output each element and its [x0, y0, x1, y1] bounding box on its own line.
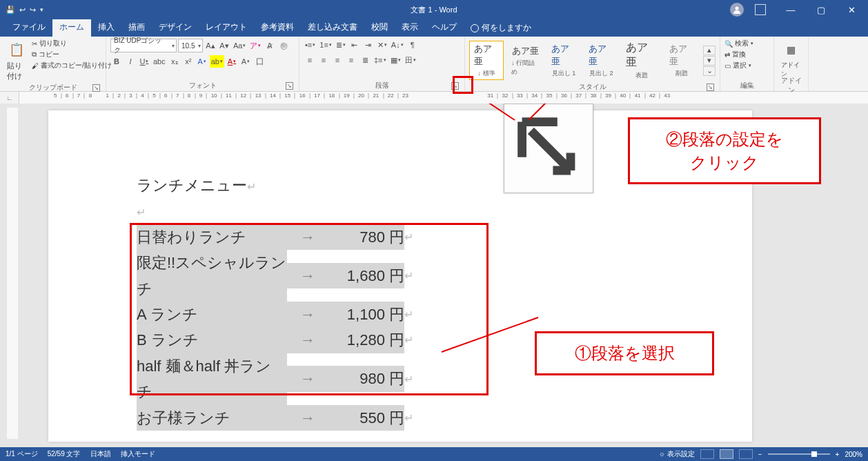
tab-insert[interactable]: 挿入: [91, 19, 121, 37]
decrease-indent-button[interactable]: ⇤: [348, 39, 361, 51]
style-subtitle[interactable]: あア亜副題: [664, 41, 699, 80]
status-bar: 1/1 ページ 52/59 文字 日本語 挿入モード ☼ 表示設定 − + 20…: [0, 447, 868, 461]
tab-draw[interactable]: 描画: [121, 19, 152, 37]
align-left-button[interactable]: ≡: [304, 54, 316, 66]
text-effects-button[interactable]: A: [196, 55, 208, 68]
tab-help[interactable]: ヘルプ: [425, 19, 464, 37]
clipboard-launcher[interactable]: ↘: [92, 84, 100, 92]
style-heading2[interactable]: あア亜見出し 2: [584, 41, 618, 80]
tab-layout[interactable]: レイアウト: [199, 19, 254, 37]
display-settings-button[interactable]: ☼ 表示設定: [659, 449, 695, 459]
style-title[interactable]: あア亜表題: [621, 39, 662, 82]
numbering-button[interactable]: 1≡: [318, 39, 333, 51]
borders-button[interactable]: 田: [404, 54, 417, 66]
ruler-tab-selector[interactable]: ∟: [0, 92, 19, 104]
underline-button[interactable]: U: [138, 55, 150, 68]
italic-button[interactable]: I: [124, 55, 137, 68]
shrink-font-button[interactable]: A▾: [218, 39, 230, 52]
find-button[interactable]: 🔍検索▾: [724, 39, 753, 48]
multilevel-button[interactable]: ≣: [335, 39, 347, 51]
styles-launcher[interactable]: ↘: [707, 84, 714, 91]
highlight-button[interactable]: ab: [210, 55, 224, 68]
strike-button[interactable]: abc: [152, 55, 167, 68]
vertical-ruler[interactable]: [7, 108, 18, 439]
bullets-button[interactable]: •≡: [304, 39, 317, 51]
styles-scroll-down[interactable]: ▾: [703, 56, 716, 66]
copy-button[interactable]: ⧉コピー: [32, 50, 112, 59]
read-mode-button[interactable]: [700, 449, 714, 459]
status-words[interactable]: 52/59 文字: [48, 449, 81, 459]
replace-button[interactable]: ⇄置換: [724, 50, 753, 59]
close-button[interactable]: ✕: [838, 0, 865, 19]
status-lang[interactable]: 日本語: [90, 449, 111, 459]
annotation-highlight-launcher: [453, 76, 473, 94]
font-color-button[interactable]: A: [226, 55, 238, 68]
group-font: BIZ UDPゴシック 10.5 A▴ A▾ Aa ア A̷ ㊞ B I U a…: [106, 37, 299, 91]
change-case-button[interactable]: Aa: [232, 39, 247, 52]
cut-button[interactable]: ✂切り取り: [32, 39, 112, 48]
shading-button[interactable]: ▦: [389, 54, 402, 66]
enclose-button[interactable]: ㊞: [277, 39, 290, 52]
select-button[interactable]: ▭選択▾: [724, 61, 753, 70]
increase-indent-button[interactable]: ⇥: [362, 39, 375, 51]
line-spacing-button[interactable]: ‡≡: [373, 54, 388, 66]
style-nospacing[interactable]: あア亜↓ 行間詰め: [506, 43, 544, 79]
sort-button[interactable]: A↓: [390, 39, 405, 51]
svg-line-2: [473, 104, 515, 120]
status-mode[interactable]: 挿入モード: [121, 449, 155, 459]
maximize-button[interactable]: ▢: [807, 0, 835, 19]
distribute-button[interactable]: ≣: [359, 54, 371, 66]
font-launcher[interactable]: ↘: [286, 82, 293, 90]
show-marks-button[interactable]: ¶: [406, 39, 419, 51]
print-layout-button[interactable]: [720, 449, 733, 459]
styles-scroll-up[interactable]: ▴: [703, 46, 716, 55]
zoom-out-button[interactable]: −: [758, 451, 762, 458]
asian-layout-button[interactable]: ✕: [376, 39, 388, 51]
addin-icon: ▦: [782, 40, 801, 59]
format-painter-button[interactable]: 🖌書式のコピー/貼り付け: [32, 61, 112, 70]
font-size-select[interactable]: 10.5: [178, 39, 203, 52]
tab-file[interactable]: ファイル: [6, 19, 52, 37]
web-layout-button[interactable]: [739, 449, 753, 459]
brush-icon: 🖌: [32, 62, 39, 70]
zoom-level[interactable]: 200%: [845, 451, 862, 458]
status-page[interactable]: 1/1 ページ: [6, 449, 38, 459]
user-avatar-icon[interactable]: [730, 3, 744, 17]
undo-icon[interactable]: ↩: [19, 6, 26, 14]
char-shading-button[interactable]: A: [239, 55, 252, 68]
align-right-button[interactable]: ≡: [331, 54, 344, 66]
styles-expand[interactable]: ⌄: [703, 66, 716, 76]
subscript-button[interactable]: x₂: [168, 55, 181, 68]
style-heading1[interactable]: あア亜見出し 1: [546, 41, 581, 80]
font-name-select[interactable]: BIZ UDPゴシック: [110, 39, 177, 52]
zoom-in-button[interactable]: +: [836, 451, 840, 458]
superscript-button[interactable]: x²: [182, 55, 195, 68]
tab-references[interactable]: 参考資料: [254, 19, 301, 37]
qat-more-icon[interactable]: ▾: [40, 6, 43, 13]
tell-me[interactable]: 何をしますか: [464, 19, 538, 37]
document-area: ランチメニュー↵ ↵ 日替わりランチ→780 円↵限定!!スペシャルランチ→1,…: [0, 104, 868, 447]
bold-button[interactable]: B: [110, 55, 123, 68]
justify-button[interactable]: ≡: [345, 54, 357, 66]
tab-design[interactable]: デザイン: [152, 19, 199, 37]
tab-review[interactable]: 校閲: [364, 19, 395, 37]
align-center-button[interactable]: ≡: [317, 54, 330, 66]
group-addin: ▦アドイン アドイン: [774, 37, 809, 91]
char-border-button[interactable]: 囗: [253, 55, 266, 68]
clear-format-button[interactable]: A̷: [264, 39, 276, 52]
ribbon-options-icon[interactable]: [747, 0, 774, 19]
minimize-button[interactable]: —: [777, 0, 805, 19]
ruby-button[interactable]: ア: [248, 39, 262, 52]
tab-mailings[interactable]: 差し込み文書: [301, 19, 364, 37]
zoom-slider[interactable]: [768, 453, 830, 455]
save-icon[interactable]: 💾: [6, 6, 15, 14]
style-normal[interactable]: あア亜↓ 標準: [469, 41, 504, 80]
paragraph-mark-icon: ↵: [247, 181, 256, 193]
tab-view[interactable]: 表示: [395, 19, 425, 37]
horizontal-ruler[interactable]: ∟ 5 ｜ 6 ｜ 7 ｜ 8 1 ｜ 2 ｜ 3 ｜ 4 ｜ 5 ｜ 6 ｜ …: [0, 92, 868, 104]
redo-icon[interactable]: ↪: [30, 6, 36, 14]
paste-button[interactable]: 📋 貼り付け: [4, 39, 29, 83]
addin-button[interactable]: ▦アドイン: [778, 39, 804, 80]
grow-font-button[interactable]: A▴: [204, 39, 217, 52]
tab-home[interactable]: ホーム: [52, 19, 91, 37]
